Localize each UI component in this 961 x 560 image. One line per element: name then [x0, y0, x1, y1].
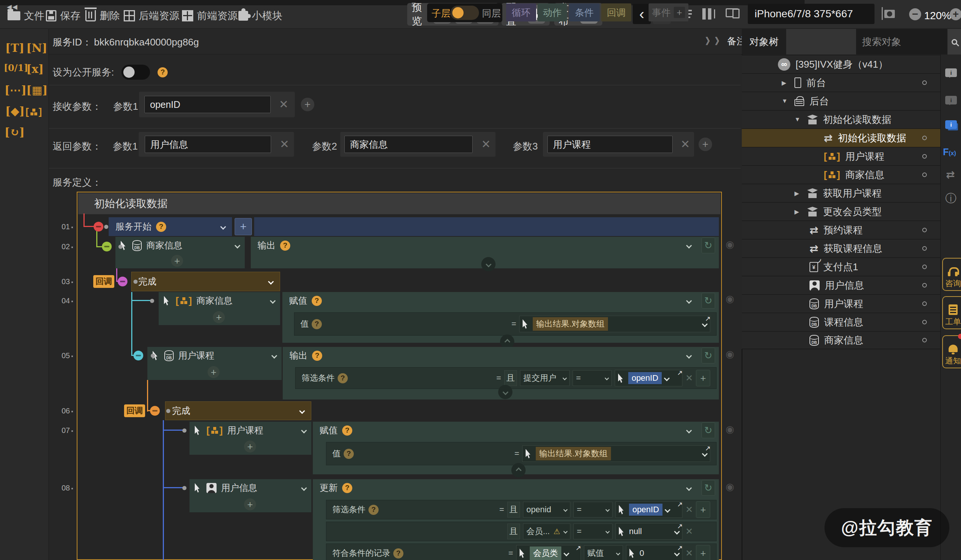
chevron-down-icon[interactable]	[235, 242, 241, 249]
chevron-down-icon[interactable]	[664, 375, 670, 381]
chat-help-icon[interactable]: i	[945, 120, 957, 129]
collapse-up-icon[interactable]	[511, 463, 525, 477]
help-icon[interactable]: ?	[337, 373, 348, 383]
small-module-button[interactable]: 小模块	[238, 9, 282, 22]
chevron-down-icon[interactable]	[686, 298, 692, 304]
refresh-icon[interactable]: ↻	[702, 422, 715, 438]
callback-complete-block[interactable]: 完成	[131, 272, 280, 291]
record-value-field[interactable]: 0 ↗	[626, 545, 682, 560]
caret-right-icon[interactable]: ▶	[794, 190, 802, 197]
visibility-circle[interactable]	[922, 302, 927, 306]
help-icon[interactable]: ?	[368, 505, 379, 515]
chevron-down-icon[interactable]	[686, 353, 692, 359]
chevron-down-icon[interactable]	[299, 408, 305, 414]
fx-formula-icon[interactable]: F(x)	[943, 147, 956, 157]
operator-select[interactable]: =	[573, 370, 612, 386]
chevron-down-icon[interactable]	[270, 298, 276, 304]
add-condition-button[interactable]: +	[696, 370, 710, 387]
array-icon[interactable]: [⋯]	[5, 83, 26, 96]
callback-complete-block2[interactable]: 完成	[165, 401, 311, 420]
refresh-icon[interactable]: ↻	[702, 237, 715, 254]
node-remove-magenta[interactable]	[118, 277, 127, 286]
value-field[interactable]: 输出结果.对象数组 ↗	[519, 316, 710, 332]
chevron-down-icon[interactable]	[686, 485, 692, 491]
split-view-icon[interactable]	[702, 8, 706, 19]
help-icon[interactable]: ?	[280, 241, 290, 251]
layer-toggle[interactable]	[450, 6, 479, 20]
operator-select[interactable]: =	[574, 523, 612, 539]
visibility-circle[interactable]	[922, 320, 927, 324]
visibility-circle[interactable]	[922, 228, 927, 232]
expand-down-icon[interactable]	[498, 385, 513, 399]
snapshot-icon[interactable]	[884, 10, 895, 18]
remove-condition-icon[interactable]: ✕	[685, 526, 693, 537]
boolean-variable-icon[interactable]: [0/1]	[4, 63, 28, 73]
number-variable-icon[interactable]: [N]	[26, 41, 47, 55]
tree-item-payment[interactable]: ¥ 支付点1	[742, 257, 940, 276]
backend-resources-button[interactable]: 后端资源	[124, 9, 179, 22]
zoom-out-button[interactable]: −	[909, 8, 921, 20]
chevron-down-icon[interactable]	[665, 507, 671, 513]
expand-icon[interactable]: ↗	[705, 444, 710, 452]
remove-condition-icon[interactable]: ✕	[685, 373, 693, 383]
device-mode-icon[interactable]	[726, 8, 738, 17]
receive-param1-remove-icon[interactable]: ✕	[279, 98, 288, 111]
help-icon[interactable]: ?	[344, 449, 354, 459]
chevron-down-icon[interactable]	[301, 485, 307, 491]
tree-item-changemember-folder[interactable]: ▶ 更改会员类型	[742, 202, 940, 221]
zoom-in-button[interactable]: +	[950, 8, 961, 20]
visibility-circle[interactable]	[922, 246, 927, 251]
chevron-down-icon[interactable]	[220, 224, 227, 229]
visibility-circle[interactable]	[922, 80, 927, 85]
tree-item-courseinfo-db[interactable]: 课程信息	[742, 313, 940, 331]
add-action-button[interactable]: +	[171, 255, 183, 267]
value-field[interactable]: 输出结果.对象数组 ↗	[522, 445, 710, 462]
visibility-circle[interactable]	[922, 265, 927, 269]
value-field[interactable]: openID ↗	[615, 370, 682, 387]
return-param3-input[interactable]: 用户课程	[547, 136, 673, 153]
tree-item-userinfo[interactable]: 用户信息	[742, 276, 940, 294]
tree-item-app[interactable]: ∞ [395]IVX健身（v41）	[742, 55, 940, 73]
add-condition-button[interactable]: +	[696, 501, 710, 518]
help-icon[interactable]: ?	[156, 222, 166, 232]
visibility-circle[interactable]	[922, 338, 927, 342]
record-action-select[interactable]: 赋值	[584, 546, 623, 560]
service-strip-icon[interactable]: ⇄	[946, 168, 955, 181]
info-circle-icon[interactable]: ⓘ	[945, 191, 956, 206]
condition-badge[interactable]: 条件	[569, 3, 600, 21]
help-icon[interactable]: ?	[342, 483, 352, 493]
receive-param1-input[interactable]: openID	[145, 96, 271, 113]
search-button[interactable]	[948, 29, 961, 55]
consult-button[interactable]: 咨询	[942, 258, 961, 291]
expand-icon[interactable]: ↗	[677, 500, 683, 509]
object-variable-icon[interactable]: [◆]	[5, 104, 24, 118]
add-action-button[interactable]: +	[207, 366, 220, 378]
action-badge[interactable]: 动作	[538, 3, 567, 21]
node-remove-red[interactable]	[93, 222, 103, 231]
chevron-down-icon[interactable]	[268, 279, 274, 284]
undo-button[interactable]: ‹	[633, 4, 651, 24]
chevron-down-icon[interactable]	[301, 427, 307, 433]
refresh-icon[interactable]: ↻	[702, 480, 715, 496]
visibility-circle[interactable]	[922, 283, 927, 287]
value-field[interactable]: null ↗	[615, 523, 682, 540]
caret-right-icon[interactable]: ▶	[782, 79, 789, 87]
object-array-rail-icon[interactable]	[26, 106, 42, 118]
tree-item-backend[interactable]: ▼ 后台	[742, 92, 940, 110]
tree-item-merchantinfo-db[interactable]: 商家信息	[742, 331, 940, 349]
field-select[interactable]: 提交用户	[520, 370, 570, 386]
notice-button[interactable]: 通知	[942, 335, 961, 368]
tree-item-frontend[interactable]: ▶ 前台	[742, 73, 940, 92]
value-field[interactable]: openID ↗	[615, 501, 682, 518]
target-marker-icon[interactable]: ◉	[726, 348, 734, 360]
expand-icon[interactable]: ↗	[677, 544, 683, 552]
help-icon[interactable]: ?	[312, 319, 322, 329]
refresh-icon[interactable]: ↻	[702, 293, 715, 308]
caret-right-icon[interactable]: ▶	[794, 208, 802, 215]
visibility-circle[interactable]	[922, 173, 927, 177]
field-select[interactable]: openid	[523, 502, 570, 518]
event-button[interactable]: 事件 +	[649, 3, 688, 21]
general-variable-icon[interactable]: [x]	[26, 63, 43, 75]
tree-item-init-service-selected[interactable]: ⇄ 初始化读取数据	[742, 128, 940, 147]
target-marker-icon[interactable]: ◉	[726, 424, 734, 435]
